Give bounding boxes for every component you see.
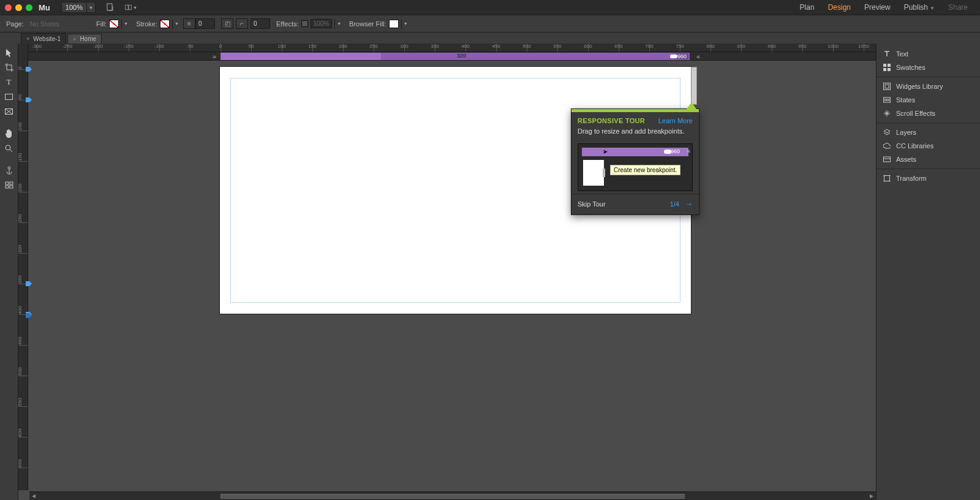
vertical-ruler[interactable]: 050100150200250300350400450500550600650: [18, 44, 28, 490]
app-brand: Mu: [39, 3, 50, 12]
svg-rect-14: [888, 68, 891, 71]
close-icon[interactable]: ×: [73, 36, 76, 42]
swatches-icon: [883, 63, 891, 72]
cc-libraries-icon: [883, 142, 891, 150]
effects-opacity[interactable]: 100%: [311, 19, 333, 28]
breakpoint-min-handle-icon[interactable]: »: [211, 51, 218, 61]
breakpoint-toggle-icon[interactable]: [670, 55, 677, 58]
design-surface[interactable]: RESPONSIVE TOUR Learn More Drag to resiz…: [28, 61, 876, 490]
page-resize-handle[interactable]: [691, 67, 697, 105]
chevron-down-icon[interactable]: ▼: [86, 2, 95, 12]
widgets-icon: [883, 82, 891, 91]
tab-publish[interactable]: Publish▼: [904, 3, 935, 12]
format-tool-icon[interactable]: [2, 180, 17, 191]
close-icon[interactable]: ×: [26, 36, 29, 42]
workspace: T -300-250-200-150-100-50050100150200250…: [0, 44, 980, 500]
panel-states[interactable]: States: [876, 93, 980, 107]
breakpoint-bar[interactable]: » 960 320 «: [28, 52, 876, 61]
canvas-area: -300-250-200-150-100-5005010015020025030…: [18, 44, 876, 500]
doc-tab-label: Home: [80, 36, 96, 42]
stroke-label: Stroke:: [136, 20, 157, 28]
tour-body-text: Drag to resize and add breakpoints.: [571, 127, 699, 141]
panel-scroll-effects[interactable]: Scroll Effects: [876, 107, 980, 120]
text-tool-icon[interactable]: T: [2, 77, 17, 88]
fill-swatch[interactable]: [109, 20, 119, 28]
svg-rect-13: [883, 68, 886, 71]
selection-tool-icon[interactable]: [2, 47, 17, 58]
panel-transform[interactable]: Transform: [876, 172, 980, 185]
scroll-right-icon[interactable]: ▶: [867, 492, 876, 501]
next-step-icon[interactable]: →: [685, 199, 693, 208]
doc-tab-site[interactable]: × Website-1: [21, 33, 66, 44]
learn-more-link[interactable]: Learn More: [658, 117, 693, 124]
svg-rect-18: [884, 100, 891, 102]
breakpoint-segment[interactable]: [221, 53, 381, 60]
tour-step-indicator: 1/4: [670, 200, 679, 208]
zoom-selector[interactable]: 100% ▼: [61, 2, 96, 13]
tab-design[interactable]: Design: [828, 3, 851, 12]
svg-rect-19: [884, 157, 891, 162]
titlebar: Mu 100% ▼ ▼ Plan Design Preview Publish▼…: [0, 0, 980, 15]
anchor-tool-icon[interactable]: [2, 165, 17, 176]
tour-illustration: ➤ 960 « Create new breakpoint.: [578, 143, 693, 191]
crop-tool-icon[interactable]: [2, 62, 17, 73]
window-close-icon[interactable]: [5, 4, 12, 11]
stroke-width-input[interactable]: [195, 18, 215, 29]
cursor-icon: ➤: [603, 148, 608, 155]
horizontal-scrollbar[interactable]: ◀ ▶: [29, 491, 876, 500]
svg-rect-16: [885, 85, 889, 88]
skip-tour-button[interactable]: Skip Tour: [578, 200, 606, 208]
svg-rect-20: [884, 176, 890, 181]
tab-preview[interactable]: Preview: [864, 3, 891, 12]
panel-text[interactable]: Text: [876, 47, 980, 61]
scroll-track[interactable]: [38, 493, 867, 499]
corner-icon: ◰: [221, 18, 233, 29]
chevron-down-icon[interactable]: ▼: [334, 19, 343, 29]
breakpoint-max-handle-icon[interactable]: «: [695, 51, 702, 61]
scroll-effects-icon: [883, 109, 891, 118]
frame-tool-icon[interactable]: [2, 106, 17, 117]
tab-plan[interactable]: Plan: [800, 3, 815, 12]
scroll-thumb[interactable]: [221, 494, 685, 499]
svg-point-5: [6, 145, 10, 150]
transform-icon: [883, 174, 891, 183]
doc-options-icon[interactable]: ▼: [125, 2, 137, 13]
panel-cc-libraries[interactable]: CC Libraries: [876, 139, 980, 153]
corner-radius-input[interactable]: [251, 18, 270, 29]
panel-assets[interactable]: Assets: [876, 153, 980, 166]
panel-label: Scroll Effects: [896, 110, 935, 117]
browser-fill-swatch[interactable]: [389, 20, 399, 28]
doc-tab-page[interactable]: × Home: [67, 34, 102, 44]
svg-rect-17: [884, 97, 891, 99]
chevron-left-icon: «: [687, 148, 690, 154]
document-tabs: × Website-1 × Home: [0, 32, 980, 44]
panel-widgets[interactable]: Widgets Library: [876, 80, 980, 93]
browser-fill-label: Browser Fill:: [349, 20, 386, 28]
stroke-width-icon: ≡: [183, 18, 195, 29]
new-page-icon[interactable]: [104, 2, 116, 13]
chevron-down-icon[interactable]: ▼: [121, 19, 130, 29]
stroke-swatch[interactable]: [160, 20, 170, 28]
svg-rect-10: [10, 186, 13, 188]
window-zoom-icon[interactable]: [26, 4, 32, 11]
page-state-value[interactable]: No States: [30, 20, 59, 28]
svg-rect-7: [6, 182, 9, 184]
panel-layers[interactable]: Layers: [876, 126, 980, 139]
zoom-tool-icon[interactable]: [2, 143, 17, 154]
svg-point-24: [889, 181, 891, 182]
hand-tool-icon[interactable]: [2, 128, 17, 139]
chevron-down-icon[interactable]: ▼: [401, 19, 410, 29]
chevron-down-icon[interactable]: ▼: [172, 19, 181, 29]
svg-rect-3: [6, 94, 13, 100]
horizontal-ruler[interactable]: -300-250-200-150-100-5005010015020025030…: [28, 44, 876, 52]
scroll-left-icon[interactable]: ◀: [29, 492, 38, 501]
svg-point-23: [884, 181, 885, 182]
effects-label: Effects:: [276, 20, 298, 28]
effects-checkbox[interactable]: [301, 20, 308, 27]
panel-swatches[interactable]: Swatches: [876, 61, 980, 74]
zoom-value: 100%: [62, 4, 86, 11]
breakpoint-segment[interactable]: 960: [381, 53, 690, 60]
rectangle-tool-icon[interactable]: [2, 91, 17, 102]
chevron-down-icon[interactable]: ▼: [930, 6, 935, 11]
window-minimize-icon[interactable]: [15, 4, 22, 11]
